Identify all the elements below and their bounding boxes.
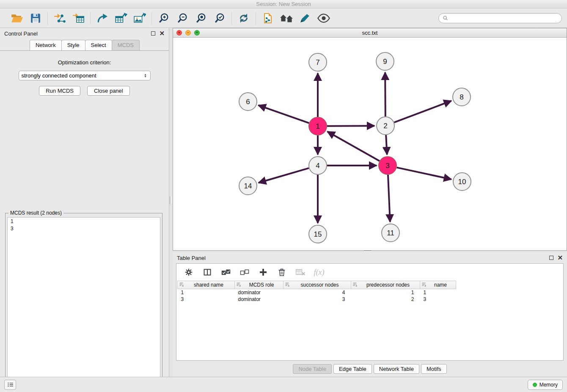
close-window-icon[interactable]: ×	[176, 30, 182, 36]
export-image-button[interactable]	[133, 11, 146, 25]
column-header-name[interactable]: name	[420, 281, 456, 289]
mcds-result-list[interactable]: 1 3	[7, 217, 160, 377]
float-panel-icon[interactable]	[549, 256, 553, 260]
column-header-MCDS-role[interactable]: MCDS role	[235, 281, 284, 289]
node-14[interactable]: 14	[239, 177, 257, 195]
zoom-in-button[interactable]	[157, 11, 171, 25]
edge-2-3[interactable]	[386, 135, 387, 155]
criterion-dropdown[interactable]: strongly connected component ▲▼	[19, 71, 151, 80]
apply-style-icon	[299, 13, 311, 24]
node-15[interactable]: 15	[309, 225, 327, 243]
node-7[interactable]: 7	[309, 53, 327, 71]
edge-2-8[interactable]	[394, 101, 451, 122]
run-mcds-button[interactable]: Run MCDS	[39, 86, 80, 96]
node-10[interactable]: 10	[453, 173, 471, 190]
column-header-filler	[456, 281, 564, 289]
edge-1-6[interactable]	[259, 105, 309, 123]
cell-MCDS-role[interactable]: dominator	[235, 296, 284, 303]
window-title: Session: New Session	[256, 1, 311, 7]
zoom-fit-button[interactable]	[194, 11, 208, 25]
node-9[interactable]: 9	[376, 52, 394, 70]
column-header-predecessor-nodes[interactable]: predecessor nodes	[351, 281, 420, 289]
gear-button[interactable]	[183, 267, 194, 278]
tab-network-table[interactable]: Network Table	[374, 364, 419, 374]
cell-shared-name[interactable]: 3	[178, 296, 235, 303]
column-chooser-button[interactable]	[202, 267, 213, 278]
node-6[interactable]: 6	[239, 93, 257, 110]
status-menu-button[interactable]	[4, 380, 16, 390]
tab-network[interactable]: Network	[30, 40, 62, 50]
cell-shared-name[interactable]: 1	[178, 289, 235, 296]
import-network-button[interactable]	[53, 11, 66, 25]
close-panel-button[interactable]: Close panel	[87, 86, 130, 96]
table-panel-title: Table Panel	[177, 255, 206, 261]
node-label: 2	[383, 122, 387, 130]
column-header-shared-name[interactable]: shared name	[178, 281, 235, 289]
table-toolbar: f(x)	[176, 264, 563, 281]
node-2[interactable]: 2	[377, 117, 394, 135]
close-panel-icon[interactable]: ✕	[159, 31, 165, 36]
edge-4-14[interactable]	[259, 168, 309, 183]
add-column-button[interactable]	[258, 267, 269, 278]
minimize-window-icon[interactable]: −	[185, 30, 191, 36]
node-label: 15	[314, 230, 322, 238]
cell-predecessor-nodes[interactable]: 2	[351, 296, 420, 303]
edge-3-1[interactable]	[328, 132, 380, 161]
edge-2-9[interactable]	[385, 72, 385, 116]
table-panel: Table Panel ✕ f(x) shared nameMCDS roles…	[173, 252, 567, 377]
refresh-button[interactable]	[237, 11, 250, 25]
clone-network-button[interactable]	[261, 11, 275, 25]
save-button[interactable]	[29, 11, 42, 25]
table-row[interactable]: 3dominator323	[178, 296, 564, 303]
open-folder-button[interactable]	[10, 11, 24, 25]
edge-3-10[interactable]	[397, 168, 451, 179]
node-11[interactable]: 11	[382, 224, 399, 242]
export-network-button[interactable]	[96, 11, 109, 25]
import-table-button[interactable]	[72, 11, 85, 25]
cell-name[interactable]: 3	[420, 296, 456, 303]
node-8[interactable]: 8	[453, 88, 471, 106]
node-1[interactable]: 1	[309, 117, 327, 135]
show-hide-button[interactable]	[317, 11, 330, 25]
toolbar-icon-groups	[5, 11, 336, 25]
search-box[interactable]	[438, 13, 562, 23]
node-label: 3	[385, 162, 389, 170]
memory-button[interactable]: Memory	[528, 380, 563, 390]
close-panel-icon[interactable]: ✕	[557, 255, 563, 260]
zoom-out-button[interactable]	[176, 11, 189, 25]
deselect-all-button[interactable]	[239, 267, 250, 278]
table-row[interactable]: 1dominator411	[178, 289, 564, 296]
network-window-title: scc.txt	[362, 30, 378, 36]
cell-MCDS-role[interactable]: dominator	[235, 289, 284, 296]
splitter-grip	[170, 196, 172, 204]
tab-mcds[interactable]: MCDS	[112, 40, 140, 50]
node-3[interactable]: 3	[379, 157, 396, 174]
cell-successor-nodes[interactable]: 4	[284, 289, 351, 296]
apply-style-button[interactable]	[298, 11, 312, 25]
tab-motifs[interactable]: Motifs	[421, 364, 447, 374]
cell-successor-nodes[interactable]: 3	[284, 296, 351, 303]
edge-1-2[interactable]	[327, 126, 374, 126]
tab-select[interactable]: Select	[85, 40, 112, 50]
delete-column-button[interactable]	[276, 267, 287, 278]
tab-edge-table[interactable]: Edge Table	[333, 364, 372, 374]
vertical-splitter[interactable]	[169, 28, 173, 377]
table-tabbar: Node TableEdge TableNetwork TableMotifs	[173, 364, 567, 374]
zoom-selected-button[interactable]	[213, 11, 226, 25]
cell-predecessor-nodes[interactable]: 1	[351, 289, 420, 296]
export-table-button[interactable]	[114, 11, 128, 25]
maximize-window-icon[interactable]: +	[194, 30, 200, 36]
column-header-successor-nodes[interactable]: successor nodes	[284, 281, 351, 289]
edge-3-11[interactable]	[388, 175, 390, 222]
select-all-button[interactable]	[220, 267, 231, 278]
tab-style[interactable]: Style	[61, 40, 85, 50]
optimization-criterion-label: Optimization criterion:	[0, 59, 169, 66]
toolbar-group	[256, 11, 336, 25]
tab-node-table[interactable]: Node Table	[293, 364, 332, 374]
node-4[interactable]: 4	[309, 157, 327, 174]
first-neighbors-button[interactable]	[280, 11, 293, 25]
cell-name[interactable]: 1	[420, 289, 456, 296]
search-input[interactable]	[450, 15, 558, 21]
network-canvas[interactable]: 7968124314101511	[173, 38, 567, 250]
float-panel-icon[interactable]	[151, 31, 155, 36]
